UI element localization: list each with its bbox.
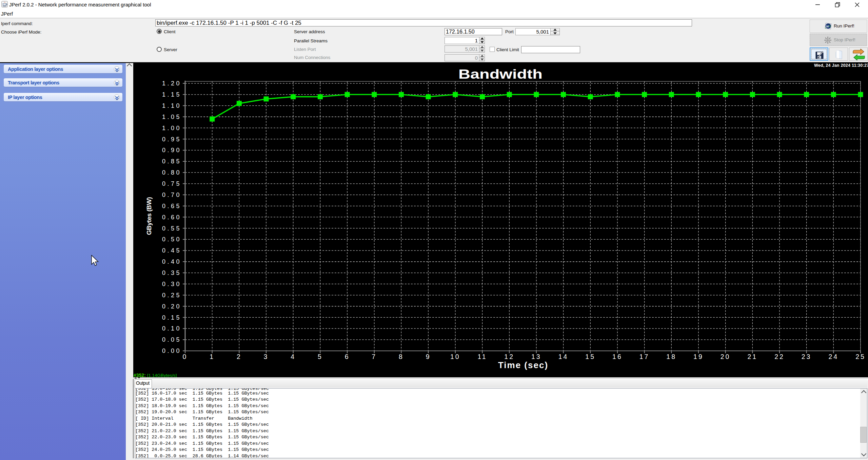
svg-text:15: 15 bbox=[585, 353, 595, 360]
svg-text:1.05: 1.05 bbox=[162, 114, 181, 120]
svg-text:24: 24 bbox=[828, 353, 839, 360]
svg-text:25: 25 bbox=[855, 353, 866, 360]
svg-text:0.45: 0.45 bbox=[162, 247, 181, 254]
svg-text:0.75: 0.75 bbox=[162, 180, 181, 187]
svg-text:0.65: 0.65 bbox=[162, 203, 181, 209]
svg-text:7: 7 bbox=[372, 353, 377, 360]
svg-text:0.55: 0.55 bbox=[162, 225, 181, 232]
svg-text:1.00: 1.00 bbox=[162, 125, 181, 132]
svg-text:0.05: 0.05 bbox=[162, 336, 181, 343]
svg-text:0.25: 0.25 bbox=[162, 292, 181, 299]
svg-text:21: 21 bbox=[747, 353, 757, 360]
svg-text:0.80: 0.80 bbox=[162, 169, 181, 176]
svg-text:0.15: 0.15 bbox=[162, 314, 181, 321]
svg-text:Bandwidth: Bandwidth bbox=[458, 67, 542, 81]
svg-text:8: 8 bbox=[399, 353, 404, 360]
svg-text:4: 4 bbox=[291, 353, 296, 360]
svg-text:5: 5 bbox=[318, 353, 323, 360]
svg-text:0.30: 0.30 bbox=[162, 281, 181, 287]
svg-text:14: 14 bbox=[558, 353, 569, 360]
svg-text:11: 11 bbox=[477, 353, 487, 360]
svg-text:12: 12 bbox=[504, 353, 514, 360]
svg-text:2: 2 bbox=[237, 353, 242, 360]
svg-text:19: 19 bbox=[693, 353, 704, 360]
svg-text:0.20: 0.20 bbox=[162, 303, 181, 310]
svg-text:Time (sec): Time (sec) bbox=[498, 360, 548, 370]
svg-text:1.20: 1.20 bbox=[162, 80, 181, 87]
svg-text:0.00: 0.00 bbox=[162, 347, 181, 354]
svg-text:0.10: 0.10 bbox=[162, 325, 181, 332]
svg-text:0.85: 0.85 bbox=[162, 158, 181, 165]
svg-text:17: 17 bbox=[639, 353, 650, 360]
svg-text:0.40: 0.40 bbox=[162, 258, 181, 265]
svg-text:1: 1 bbox=[210, 353, 215, 360]
svg-text:9: 9 bbox=[426, 353, 431, 360]
svg-text:6: 6 bbox=[345, 353, 350, 360]
svg-text:0.90: 0.90 bbox=[162, 147, 181, 154]
svg-text:10: 10 bbox=[450, 353, 460, 360]
svg-text:22: 22 bbox=[774, 353, 785, 360]
svg-text:0.70: 0.70 bbox=[162, 192, 181, 198]
svg-text:1.10: 1.10 bbox=[162, 102, 181, 109]
svg-text:16: 16 bbox=[612, 353, 623, 360]
svg-text:0.50: 0.50 bbox=[162, 236, 181, 243]
svg-text:0.95: 0.95 bbox=[162, 136, 181, 143]
svg-text:23: 23 bbox=[802, 353, 812, 360]
svg-text:0.35: 0.35 bbox=[162, 269, 181, 276]
svg-text:3: 3 bbox=[264, 353, 269, 360]
svg-text:GBytes (BW): GBytes (BW) bbox=[145, 197, 153, 235]
svg-text:0: 0 bbox=[183, 353, 188, 360]
svg-text:1.15: 1.15 bbox=[162, 91, 181, 98]
svg-text:18: 18 bbox=[666, 353, 676, 360]
svg-text:20: 20 bbox=[721, 353, 731, 360]
svg-text:13: 13 bbox=[531, 353, 541, 360]
svg-text:0.60: 0.60 bbox=[162, 214, 181, 221]
